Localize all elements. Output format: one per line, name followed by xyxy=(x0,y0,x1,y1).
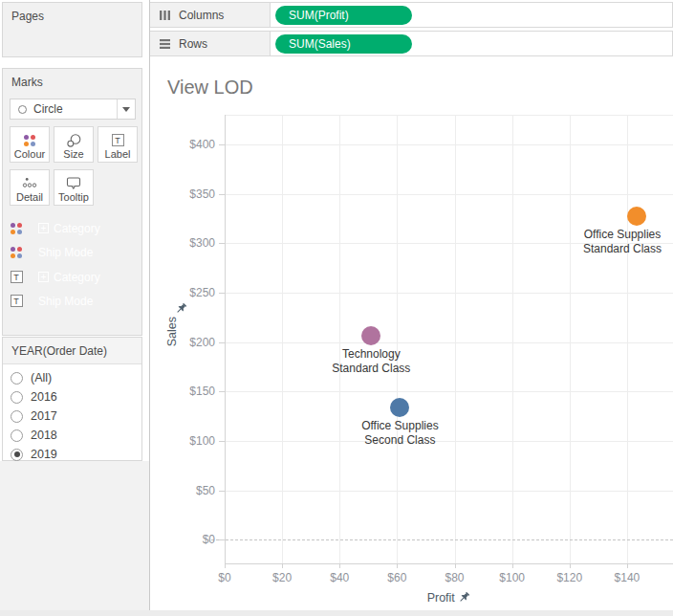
x-tick-label: $40 xyxy=(315,571,363,584)
columns-pill-area[interactable]: SUM(Profit) xyxy=(271,3,672,27)
gridline-h xyxy=(225,144,673,145)
gridline-h xyxy=(225,391,673,392)
expand-plus-icon[interactable]: + xyxy=(38,272,49,282)
x-tick-label: $60 xyxy=(373,571,421,584)
detail-icon xyxy=(22,175,37,191)
label-icon: T xyxy=(10,271,23,284)
y-tick-label: $350 xyxy=(172,187,215,201)
pushpin-icon[interactable] xyxy=(458,591,470,604)
y-tick xyxy=(219,491,225,492)
pill-sum-sales[interactable]: SUM(Sales) xyxy=(275,34,412,54)
radio-option-2017[interactable]: 2017 xyxy=(3,407,141,426)
expand-plus-icon[interactable]: + xyxy=(38,223,49,233)
gridline-v xyxy=(512,115,513,563)
gridline-h xyxy=(225,293,673,294)
x-tick-label: $140 xyxy=(603,571,651,584)
x-axis-title[interactable]: Profit xyxy=(225,591,673,605)
x-tick xyxy=(339,563,340,568)
x-tick-label: $100 xyxy=(488,571,536,584)
plot-area: $0$50$100$150$200$250$300$350$400$0$20$4… xyxy=(150,57,673,610)
pill-shipmode-colour[interactable]: Ship Mode xyxy=(29,243,135,261)
x-tick xyxy=(397,563,398,568)
columns-shelf[interactable]: Columns SUM(Profit) xyxy=(150,2,673,28)
marks-card-title: Marks xyxy=(3,69,141,89)
mark-type-value: Circle xyxy=(33,102,117,116)
radio-option-2016[interactable]: 2016 xyxy=(3,387,141,407)
gridline-v xyxy=(627,115,628,563)
label-icon: T xyxy=(10,295,23,308)
pill-sum-profit[interactable]: SUM(Profit) xyxy=(275,6,412,25)
mark-label: Office SuppliesSecond Class xyxy=(352,419,447,448)
marks-card: Marks Circle Colour Size T Label xyxy=(2,68,142,336)
sidebar: Pages Marks Circle Colour Size T Label xyxy=(0,0,149,610)
y-tick-label: $150 xyxy=(172,385,215,398)
colour-icon xyxy=(24,132,35,148)
pill-category-colour[interactable]: + Category xyxy=(29,219,135,237)
filter-card-order-date: YEAR(Order Date) (All) 2016 2017 2018 20… xyxy=(2,337,142,461)
y-tick xyxy=(219,243,225,244)
x-tick xyxy=(627,563,628,568)
y-tick xyxy=(219,441,225,442)
y-tick-label: $400 xyxy=(172,138,215,151)
marks-pill-row: + Category xyxy=(10,219,135,237)
radio-icon[interactable] xyxy=(11,391,23,404)
radio-icon[interactable] xyxy=(11,410,23,423)
size-icon xyxy=(66,132,81,148)
mark-label: Office SuppliesStandard Class xyxy=(575,228,670,256)
mark-circle[interactable] xyxy=(390,398,409,417)
circle-mark-icon xyxy=(18,105,27,114)
radio-icon[interactable] xyxy=(11,449,23,461)
colour-icon xyxy=(10,246,23,259)
gridline-h xyxy=(225,342,673,343)
marks-pill-row: Ship Mode xyxy=(10,243,135,261)
columns-icon xyxy=(159,10,171,21)
y-tick-label: $250 xyxy=(172,286,215,299)
rows-shelf[interactable]: Rows SUM(Sales) xyxy=(150,31,673,56)
y-tick xyxy=(219,539,225,540)
x-tick-label: $80 xyxy=(431,571,479,584)
columns-shelf-label: Columns xyxy=(150,3,271,27)
size-button[interactable]: Size xyxy=(54,126,94,163)
x-tick xyxy=(282,563,283,568)
rows-icon xyxy=(159,38,171,50)
gridline-v xyxy=(455,115,456,563)
rows-shelf-label: Rows xyxy=(150,32,271,55)
mark-type-dropdown[interactable]: Circle xyxy=(10,99,136,120)
gridline-h xyxy=(225,115,673,116)
label-button[interactable]: T Label xyxy=(98,126,138,163)
rows-pill-area[interactable]: SUM(Sales) xyxy=(271,32,672,55)
filter-card-title[interactable]: YEAR(Order Date) xyxy=(3,338,141,364)
gridline-v xyxy=(282,115,283,563)
x-tick-label: $0 xyxy=(201,571,249,584)
sidebar-empty-area xyxy=(0,461,149,610)
pushpin-icon[interactable] xyxy=(175,302,187,315)
x-tick xyxy=(570,563,571,568)
colour-button[interactable]: Colour xyxy=(10,126,50,163)
marks-pill-row: T + Category xyxy=(10,268,135,286)
gridline-h xyxy=(225,194,673,195)
y-tick-label: $300 xyxy=(172,236,215,250)
colour-icon xyxy=(10,222,23,235)
zero-value-line xyxy=(211,539,673,540)
y-tick-label: $0 xyxy=(172,533,215,546)
chevron-down-icon[interactable] xyxy=(122,107,130,112)
y-axis-title[interactable]: Sales xyxy=(165,317,179,346)
tooltip-button[interactable]: Tooltip xyxy=(54,169,94,206)
radio-option-2018[interactable]: 2018 xyxy=(3,426,141,445)
mark-label: TechnologyStandard Class xyxy=(323,347,419,376)
bottom-scrollbar-track[interactable] xyxy=(0,610,673,616)
y-tick xyxy=(219,391,225,392)
pill-shipmode-label[interactable]: Ship Mode xyxy=(29,292,135,310)
mark-circle[interactable] xyxy=(627,207,646,226)
y-tick xyxy=(219,293,225,294)
pages-shelf[interactable]: Pages xyxy=(2,2,142,57)
y-tick xyxy=(219,144,225,145)
pill-category-label[interactable]: + Category xyxy=(29,268,135,286)
radio-icon[interactable] xyxy=(11,372,23,385)
detail-button[interactable]: Detail xyxy=(10,169,50,206)
gridline-v xyxy=(397,115,398,563)
radio-icon[interactable] xyxy=(11,429,23,442)
radio-option-all[interactable]: (All) xyxy=(3,368,141,387)
marks-pill-row: T Ship Mode xyxy=(10,292,135,310)
x-tick xyxy=(225,563,226,568)
